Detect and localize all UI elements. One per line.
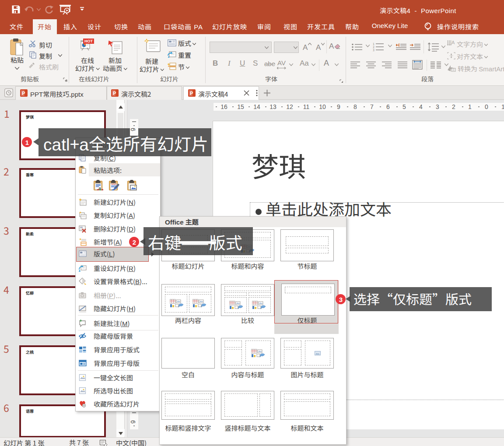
svg-text:P: P <box>22 91 25 96</box>
svg-text:P: P <box>190 91 193 96</box>
svg-text:3: 3 <box>373 48 374 51</box>
svg-text:A: A <box>452 40 455 45</box>
svg-text:P: P <box>113 91 116 96</box>
